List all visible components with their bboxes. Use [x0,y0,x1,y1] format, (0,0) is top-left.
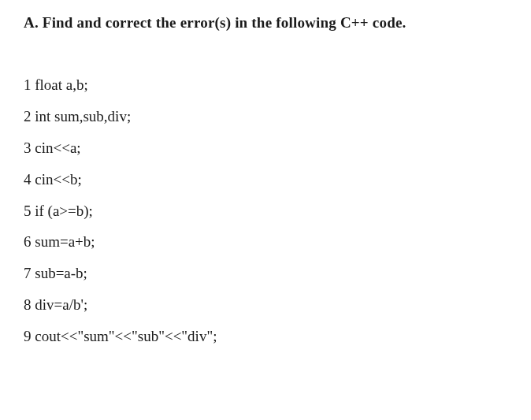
code-line: 2 int sum,sub,div; [24,101,507,132]
code-line: 7 sub=a-b; [24,258,507,289]
code-block: 1 float a,b; 2 int sum,sub,div; 3 cin<<a… [24,69,507,352]
question-title: A. Find and correct the error(s) in the … [24,14,507,32]
code-line: 3 cin<<a; [24,132,507,164]
code-line: 5 if (a>=b); [24,195,507,227]
code-line: 6 sum=a+b; [24,226,507,258]
code-line: 9 cout<<"sum"<<"sub"<<"div"; [24,321,507,352]
code-line: 4 cin<<b; [24,164,507,195]
code-line: 8 div=a/b'; [24,289,507,321]
code-line: 1 float a,b; [24,69,507,101]
